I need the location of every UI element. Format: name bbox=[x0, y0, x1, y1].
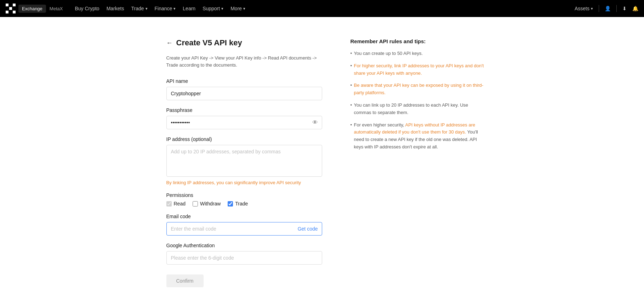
perm-withdraw-label: Withdraw bbox=[200, 201, 221, 206]
navbar: Exchange MetaX Buy Crypto Markets Trade … bbox=[0, 0, 644, 17]
ip-address-group: IP address (optional) By linking IP addr… bbox=[166, 136, 322, 185]
api-name-label: API name bbox=[166, 78, 322, 84]
logo[interactable] bbox=[6, 4, 16, 13]
tip-item-2: For higher security, link IP addresses t… bbox=[351, 62, 485, 77]
nav-markets[interactable]: Markets bbox=[107, 6, 124, 11]
email-code-wrapper: Get code bbox=[166, 222, 322, 236]
perm-trade-checkbox[interactable] bbox=[228, 201, 233, 206]
tip-3-highlight: Be aware that your API key can be expose… bbox=[354, 83, 484, 95]
back-button[interactable]: ← bbox=[166, 39, 173, 47]
tab-metax[interactable]: MetaX bbox=[46, 5, 67, 13]
api-name-input[interactable] bbox=[166, 87, 322, 100]
passphrase-wrapper: 👁 bbox=[166, 116, 322, 129]
bell-icon[interactable]: 🔔 bbox=[632, 6, 638, 11]
tip-item-1: You can create up to 50 API keys. bbox=[351, 50, 485, 57]
ip-address-label: IP address (optional) bbox=[166, 136, 322, 142]
permissions-label: Permissions bbox=[166, 192, 322, 198]
main-container: ← Create V5 API key Create your API Key … bbox=[74, 17, 570, 300]
api-name-group: API name bbox=[166, 78, 322, 100]
nav-divider-2 bbox=[616, 5, 617, 12]
nav-more[interactable]: More bbox=[230, 6, 245, 11]
nav-right: Assets 👤 ⬇ 🔔 bbox=[575, 5, 638, 12]
perm-trade-label: Trade bbox=[235, 201, 248, 206]
tip-5-before: For even higher security, bbox=[354, 122, 405, 128]
email-code-group: Email code Get code bbox=[166, 214, 322, 236]
google-auth-label: Google Authentication bbox=[166, 243, 322, 248]
page-title-row: ← Create V5 API key bbox=[166, 38, 322, 47]
ip-hint: By linking IP addresses, you can signifi… bbox=[166, 180, 322, 185]
page-title: Create V5 API key bbox=[176, 38, 242, 47]
google-auth-input[interactable] bbox=[166, 251, 322, 265]
user-icon[interactable]: 👤 bbox=[605, 6, 611, 11]
form-section: ← Create V5 API key Create your API Key … bbox=[166, 38, 322, 287]
nav-divider-1 bbox=[599, 5, 599, 12]
confirm-button[interactable]: Confirm bbox=[166, 274, 204, 287]
nav-support[interactable]: Support bbox=[203, 6, 223, 11]
tips-section: Remember API rules and tips: You can cre… bbox=[351, 38, 485, 287]
download-icon[interactable]: ⬇ bbox=[622, 6, 627, 11]
tab-exchange[interactable]: Exchange bbox=[18, 5, 46, 13]
tips-title: Remember API rules and tips: bbox=[351, 38, 485, 44]
tip-item-4: You can link up to 20 IP addresses to ea… bbox=[351, 102, 485, 117]
get-code-button[interactable]: Get code bbox=[298, 226, 318, 232]
passphrase-input[interactable] bbox=[166, 116, 322, 129]
passphrase-group: Passphrase 👁 bbox=[166, 107, 322, 129]
tip-1-text: You can create up to 50 API keys. bbox=[354, 51, 423, 56]
google-auth-group: Google Authentication bbox=[166, 243, 322, 265]
ip-address-input[interactable] bbox=[166, 145, 322, 177]
perm-read: Read bbox=[166, 201, 186, 206]
tip-item-3: Be aware that your API key can be expose… bbox=[351, 82, 485, 97]
nav-finance[interactable]: Finance bbox=[155, 6, 176, 11]
permissions-row: Read Withdraw Trade bbox=[166, 201, 322, 206]
nav-tabs: Exchange MetaX bbox=[18, 5, 66, 13]
perm-read-label: Read bbox=[174, 201, 186, 206]
tip-2-highlight: For higher security, link IP addresses t… bbox=[354, 63, 484, 76]
perm-read-checkbox[interactable] bbox=[166, 201, 172, 206]
tip-4-text: You can link up to 20 IP addresses to ea… bbox=[354, 102, 468, 115]
assets-link[interactable]: Assets bbox=[575, 6, 593, 11]
permissions-group: Permissions Read Withdraw Trade bbox=[166, 192, 322, 206]
nav-links: Buy Crypto Markets Trade Finance Learn S… bbox=[75, 6, 575, 11]
tip-item-5: For even higher security, API keys witho… bbox=[351, 121, 485, 151]
breadcrumb: Create your API Key -> View your API Key… bbox=[166, 55, 322, 68]
eye-icon[interactable]: 👁 bbox=[312, 119, 318, 126]
perm-withdraw-checkbox[interactable] bbox=[193, 201, 198, 206]
nav-buy-crypto[interactable]: Buy Crypto bbox=[75, 6, 99, 11]
perm-trade: Trade bbox=[228, 201, 248, 206]
passphrase-label: Passphrase bbox=[166, 107, 322, 113]
email-code-label: Email code bbox=[166, 214, 322, 219]
perm-withdraw: Withdraw bbox=[193, 201, 221, 206]
nav-learn[interactable]: Learn bbox=[183, 6, 195, 11]
nav-trade[interactable]: Trade bbox=[131, 6, 147, 11]
